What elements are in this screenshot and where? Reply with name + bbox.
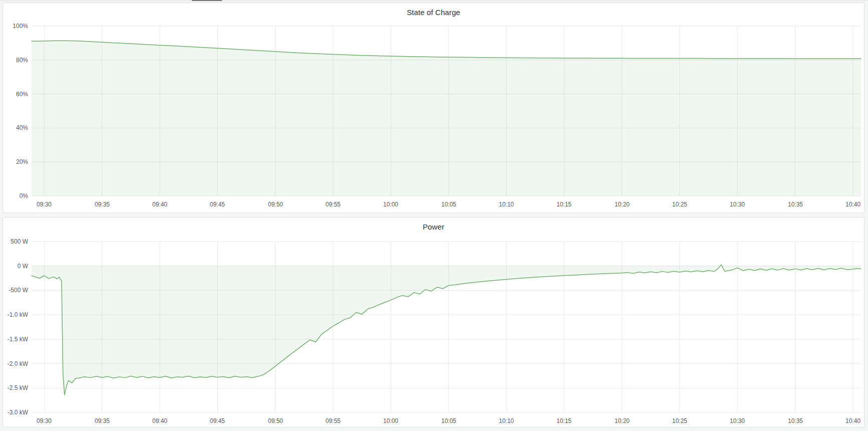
x-tick-label: 10:15 [548,417,580,425]
y-tick-label: 0% [3,192,28,200]
y-tick-label: 80% [3,56,28,64]
x-tick-label: 10:00 [375,200,407,208]
power-plot-area[interactable] [3,218,865,427]
x-tick-label: 10:25 [664,200,696,208]
x-tick-label: 10:15 [548,200,580,208]
soc-series-area [32,41,861,196]
x-tick-label: 09:45 [201,200,233,208]
top-edge-artifact [0,0,868,1]
x-tick-label: 10:25 [664,417,696,425]
x-tick-label: 09:30 [28,200,60,208]
x-tick-label: 10:30 [721,417,753,425]
x-tick-label: 09:45 [201,417,233,425]
x-tick-label: 09:40 [144,200,176,208]
y-tick-label: -2.0 kW [3,360,28,368]
y-tick-label: -3.0 kW [3,408,28,416]
x-tick-label: 10:35 [779,200,811,208]
x-tick-label: 09:55 [317,200,349,208]
y-tick-label: 100% [3,22,28,30]
x-tick-label: 10:30 [721,200,753,208]
x-tick-label: 09:30 [28,417,60,425]
x-tick-label: 10:05 [433,417,465,425]
soc-plot-area[interactable] [3,3,865,212]
x-tick-label: 09:55 [317,417,349,425]
y-tick-label: 0 W [3,262,28,270]
x-tick-label: 09:40 [144,417,176,425]
y-tick-label: -1.5 kW [3,335,28,343]
top-edge-dark-artifact [192,0,222,1]
y-tick-label: -500 W [3,286,28,294]
x-tick-label: 10:35 [779,417,811,425]
x-tick-label: 09:35 [86,200,118,208]
power-panel: Power 500 W0 W-500 W-1.0 kW-1.5 kW-2.0 k… [3,217,864,427]
y-tick-label: 20% [3,158,28,166]
y-tick-label: 500 W [3,238,28,246]
y-tick-label: -2.5 kW [3,384,28,392]
x-tick-label: 10:10 [490,200,522,208]
x-tick-label: 09:50 [259,417,292,425]
x-tick-label: 09:35 [86,417,118,425]
x-tick-label: 10:20 [606,200,638,208]
y-tick-label: 60% [3,90,28,98]
x-tick-label: 10:05 [433,200,465,208]
y-tick-label: 40% [3,124,28,132]
x-tick-label: 10:20 [606,417,638,425]
x-tick-label: 10:00 [375,417,407,425]
x-tick-label: 09:50 [259,200,292,208]
x-tick-label: 10:40 [837,417,868,425]
x-tick-label: 10:40 [837,200,868,208]
power-series-area [32,265,861,395]
state-of-charge-panel: State of Charge 100%80%60%40%20%0%09:300… [3,3,864,213]
x-tick-label: 10:10 [490,417,522,425]
y-tick-label: -1.0 kW [3,311,28,319]
